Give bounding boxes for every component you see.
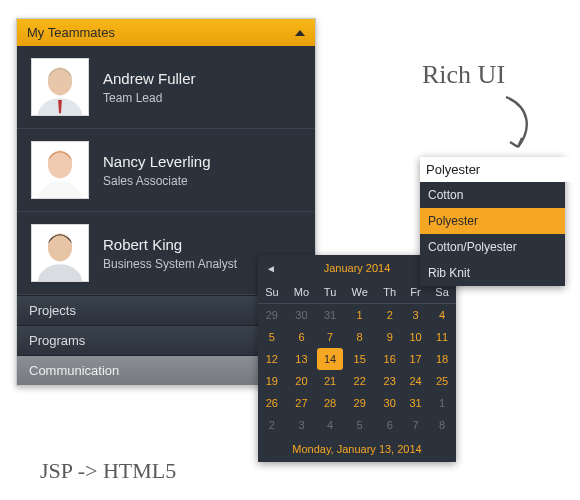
calendar-day[interactable]: 13: [286, 348, 317, 370]
calendar-dow: We: [343, 281, 377, 304]
calendar-footer[interactable]: Monday, January 13, 2014: [258, 436, 456, 462]
annotation-arrow-icon: [500, 95, 536, 153]
calendar-day[interactable]: 6: [286, 326, 317, 348]
calendar-day[interactable]: 30: [376, 392, 402, 414]
calendar-day[interactable]: 19: [258, 370, 286, 392]
svg-point-5: [48, 150, 72, 178]
calendar-day[interactable]: 11: [428, 326, 456, 348]
calendar-day[interactable]: 30: [286, 304, 317, 327]
material-combobox: CottonPolyesterCotton/PolyesterRib Knit: [420, 157, 565, 286]
calendar-day[interactable]: 29: [258, 304, 286, 327]
calendar-day[interactable]: 28: [317, 392, 343, 414]
teammates-header[interactable]: My Teammates: [17, 19, 315, 46]
calendar-day[interactable]: 5: [258, 326, 286, 348]
calendar-day[interactable]: 15: [343, 348, 377, 370]
material-option[interactable]: Polyester: [420, 208, 565, 234]
calendar-day[interactable]: 3: [403, 304, 428, 327]
calendar-day[interactable]: 23: [376, 370, 402, 392]
annotation-jsp-html5: JSP -> HTML5: [40, 458, 176, 484]
calendar-day[interactable]: 16: [376, 348, 402, 370]
calendar-day[interactable]: 7: [403, 414, 428, 436]
calendar-day[interactable]: 5: [343, 414, 377, 436]
calendar-day[interactable]: 6: [376, 414, 402, 436]
teammates-title: My Teammates: [27, 25, 115, 40]
material-input[interactable]: [420, 157, 580, 182]
calendar-day[interactable]: 22: [343, 370, 377, 392]
calendar-day[interactable]: 20: [286, 370, 317, 392]
teammate-row[interactable]: Andrew Fuller Team Lead: [17, 46, 315, 129]
calendar-day[interactable]: 29: [343, 392, 377, 414]
calendar-day[interactable]: 1: [428, 392, 456, 414]
teammate-role: Sales Associate: [103, 174, 211, 188]
avatar: [31, 224, 89, 282]
calendar-day[interactable]: 7: [317, 326, 343, 348]
calendar-day[interactable]: 4: [428, 304, 456, 327]
calendar-day[interactable]: 4: [317, 414, 343, 436]
calendar: ◄ January 2014 ► SuMoTuWeThFrSa 29303112…: [258, 255, 456, 462]
material-option[interactable]: Cotton/Polyester: [420, 234, 565, 260]
teammate-role: Team Lead: [103, 91, 196, 105]
calendar-dow: Th: [376, 281, 402, 304]
calendar-day[interactable]: 2: [258, 414, 286, 436]
calendar-day[interactable]: 3: [286, 414, 317, 436]
teammate-name: Andrew Fuller: [103, 70, 196, 87]
calendar-day[interactable]: 24: [403, 370, 428, 392]
avatar: [31, 141, 89, 199]
calendar-prev-icon[interactable]: ◄: [266, 263, 276, 274]
calendar-day[interactable]: 14: [317, 348, 343, 370]
calendar-day[interactable]: 21: [317, 370, 343, 392]
teammate-name: Nancy Leverling: [103, 153, 211, 170]
avatar: [31, 58, 89, 116]
calendar-dow: Mo: [286, 281, 317, 304]
calendar-day[interactable]: 26: [258, 392, 286, 414]
material-option[interactable]: Rib Knit: [420, 260, 565, 286]
calendar-dow: Tu: [317, 281, 343, 304]
calendar-grid: SuMoTuWeThFrSa 2930311234567891011121314…: [258, 281, 456, 436]
calendar-day[interactable]: 31: [403, 392, 428, 414]
calendar-day[interactable]: 17: [403, 348, 428, 370]
calendar-month-label[interactable]: January 2014: [324, 262, 391, 274]
material-option[interactable]: Cotton: [420, 182, 565, 208]
calendar-day[interactable]: 9: [376, 326, 402, 348]
annotation-rich-ui: Rich UI: [422, 60, 505, 90]
material-dropdown-list: CottonPolyesterCotton/PolyesterRib Knit: [420, 182, 565, 286]
teammate-name: Robert King: [103, 236, 237, 253]
calendar-dow: Su: [258, 281, 286, 304]
svg-point-2: [48, 67, 72, 95]
calendar-day[interactable]: 10: [403, 326, 428, 348]
calendar-day[interactable]: 25: [428, 370, 456, 392]
calendar-day[interactable]: 8: [428, 414, 456, 436]
calendar-day[interactable]: 12: [258, 348, 286, 370]
calendar-day[interactable]: 18: [428, 348, 456, 370]
teammate-role: Business System Analyst: [103, 257, 237, 271]
calendar-day[interactable]: 1: [343, 304, 377, 327]
calendar-day[interactable]: 8: [343, 326, 377, 348]
teammate-row[interactable]: Nancy Leverling Sales Associate: [17, 129, 315, 212]
collapse-up-icon: [295, 30, 305, 36]
calendar-day[interactable]: 31: [317, 304, 343, 327]
calendar-day[interactable]: 27: [286, 392, 317, 414]
svg-point-8: [48, 233, 72, 261]
calendar-day[interactable]: 2: [376, 304, 402, 327]
